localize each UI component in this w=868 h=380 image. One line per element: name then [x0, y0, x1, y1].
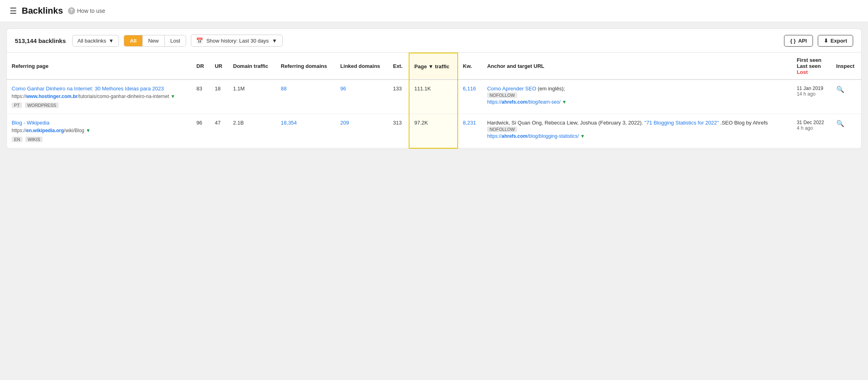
tag-pt-1: PT [12, 102, 22, 108]
ext-cell-1: 133 [388, 80, 409, 114]
inspect-cell-2: 🔍 [831, 114, 861, 148]
filter-new-button[interactable]: New [143, 35, 165, 46]
app-header: ☰ Backlinks ? How to use [0, 0, 868, 22]
inspect-button-1[interactable]: 🔍 [836, 86, 844, 93]
export-label: Export [831, 38, 847, 44]
nofollow-tag-1: NOFOLLOW [487, 92, 517, 98]
tag-en-2: EN [12, 137, 23, 142]
dr-cell-1: 83 [192, 80, 210, 114]
referring-page-cell-2: Blog - Wikipedia https://en.wikipedia.or… [7, 114, 192, 148]
tag-wp-1: WORDPRESS [25, 102, 59, 108]
app-title: Backlinks [22, 6, 63, 16]
col-inspect: Inspect [831, 53, 861, 80]
url-prefix-1: https:// [12, 94, 26, 99]
ur-cell-2: 47 [210, 114, 228, 148]
all-backlinks-label: All backlinks [78, 38, 106, 44]
domain-traffic-cell-1: 1.1M [228, 80, 276, 114]
ur-cell-1: 18 [210, 80, 228, 114]
ext-cell-2: 313 [388, 114, 409, 148]
first-seen-2: 31 Dec 2022 [797, 120, 827, 125]
all-backlinks-button[interactable]: All backlinks ▼ [72, 35, 119, 47]
export-button[interactable]: ⬇ Export [818, 35, 853, 47]
col-anchor-target: Anchor and target URL [482, 53, 792, 80]
main-content: 513,144 backlinks All backlinks ▼ All Ne… [6, 29, 862, 149]
page-traffic-cell-1: 111.1K [409, 80, 458, 114]
linked-domains-cell-1[interactable]: 96 [336, 80, 388, 114]
question-icon: ? [68, 7, 75, 14]
first-seen-1: 11 Jan 2019 [797, 86, 827, 91]
inspect-button-2[interactable]: 🔍 [836, 120, 844, 127]
referring-domains-cell-1[interactable]: 88 [276, 80, 336, 114]
anchor-target-cell-1: Como Aprender SEO (em inglês); NOFOLLOW … [482, 80, 792, 114]
table-container: Referring page DR UR Domain traffic Refe… [7, 53, 861, 149]
col-dr: DR [192, 53, 210, 80]
history-button[interactable]: 📅 Show history: Last 30 days ▼ [191, 35, 282, 47]
referring-page-link-2[interactable]: Blog - Wikipedia [12, 120, 49, 126]
nofollow-tag-2: NOFOLLOW [487, 127, 517, 132]
col-kw: Kw. [458, 53, 482, 80]
col-domain-traffic: Domain traffic [228, 53, 276, 80]
dates-cell-2: 31 Dec 2022 4 h ago [792, 114, 831, 148]
referring-domains-cell-2[interactable]: 18,354 [276, 114, 336, 148]
linked-domains-cell-2[interactable]: 209 [336, 114, 388, 148]
last-seen-2: 4 h ago [797, 125, 827, 131]
domain-2[interactable]: en.wikipedia.org [26, 128, 64, 133]
last-seen-1: 14 h ago [797, 91, 827, 97]
domain-1[interactable]: www.hostinger.com.br [26, 94, 78, 99]
api-icon: { } [790, 38, 796, 44]
referring-page-cell-1: Como Ganhar Dinheiro na Internet: 30 Mel… [7, 80, 192, 114]
api-button[interactable]: { } API [784, 35, 813, 47]
api-label: API [798, 38, 807, 44]
filter-all-button[interactable]: All [124, 35, 143, 46]
how-to-use-label: How to use [77, 8, 105, 14]
filter-lost-button[interactable]: Lost [165, 35, 186, 46]
col-page-traffic[interactable]: Page ▼ traffic [409, 53, 458, 80]
kw-cell-2[interactable]: 8,231 [458, 114, 482, 148]
table-row: Como Ganhar Dinheiro na Internet: 30 Mel… [7, 80, 861, 114]
col-ur: UR [210, 53, 228, 80]
tag-wikis-2: WIKIS [25, 137, 43, 142]
col-referring-page: Referring page [7, 53, 192, 80]
anchor-target-cell-2: Hardwick, Si Quan Ong, Rebecca Liew, Jos… [482, 114, 792, 148]
menu-icon[interactable]: ☰ [10, 6, 17, 16]
calendar-icon: 📅 [196, 37, 203, 44]
col-referring-domains: Referring domains [276, 53, 336, 80]
page-traffic-cell-2: 97.2K [409, 114, 458, 148]
path-1: /tutoriais/como-ganhar-dinheiro-na-inter… [78, 94, 169, 99]
path-2: /wiki/Blog [64, 128, 84, 133]
col-ext: Ext. [388, 53, 409, 80]
anchor-link-1[interactable]: Como Aprender SEO [487, 86, 536, 92]
anchor-quote-2[interactable]: "71 Blogging Statistics for 2022" [645, 120, 719, 126]
table-header-row: Referring page DR UR Domain traffic Refe… [7, 53, 861, 80]
anchor-expand-2[interactable]: ▼ [580, 133, 585, 139]
inspect-cell-1: 🔍 [831, 80, 861, 114]
url-prefix-2: https:// [12, 128, 26, 133]
anchor-expand-1[interactable]: ▼ [562, 99, 567, 105]
expand-arrow-1[interactable]: ▼ [170, 94, 175, 99]
backlinks-table: Referring page DR UR Domain traffic Refe… [7, 53, 861, 149]
domain-traffic-cell-2: 2.1B [228, 114, 276, 148]
filter-group: All New Lost [124, 35, 186, 47]
referring-page-link-1[interactable]: Como Ganhar Dinheiro na Internet: 30 Mel… [12, 86, 164, 92]
history-chevron: ▼ [272, 38, 277, 44]
toolbar: 513,144 backlinks All backlinks ▼ All Ne… [7, 29, 861, 53]
table-row: Blog - Wikipedia https://en.wikipedia.or… [7, 114, 861, 148]
target-url-2[interactable]: https://ahrefs.com/blog/blogging-statist… [487, 133, 580, 139]
expand-arrow-2[interactable]: ▼ [86, 128, 90, 133]
how-to-use-link[interactable]: ? How to use [68, 7, 105, 14]
kw-cell-1[interactable]: 6,116 [458, 80, 482, 114]
col-linked-domains: Linked domains [336, 53, 388, 80]
dr-cell-2: 96 [192, 114, 210, 148]
backlinks-count: 513,144 backlinks [15, 37, 66, 44]
history-label: Show history: Last 30 days [206, 38, 268, 44]
export-icon: ⬇ [824, 38, 828, 44]
dates-cell-1: 11 Jan 2019 14 h ago [792, 80, 831, 114]
col-first-last-seen: First seen Last seen Lost [792, 53, 831, 80]
all-backlinks-chevron: ▼ [108, 38, 114, 44]
target-url-1[interactable]: https://ahrefs.com/blog/learn-seo/ [487, 99, 562, 105]
